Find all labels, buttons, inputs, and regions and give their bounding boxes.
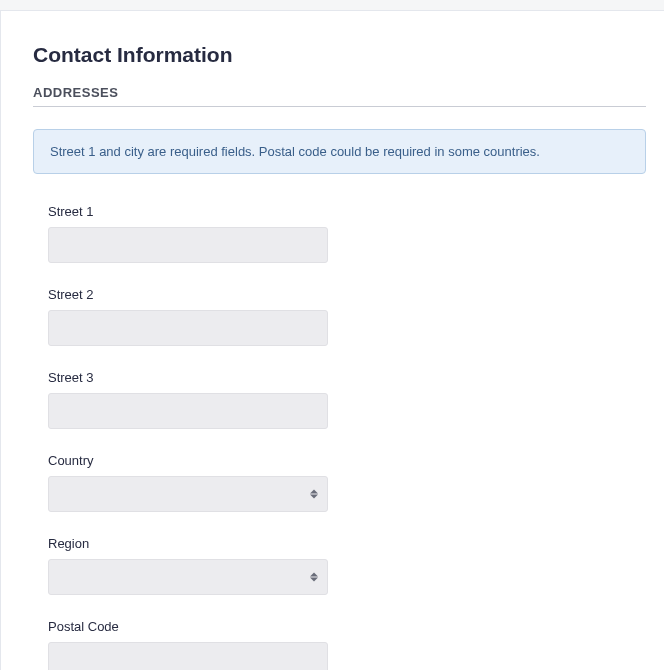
street1-input[interactable] <box>48 227 328 263</box>
field-group-street3: Street 3 <box>48 370 646 429</box>
street3-input[interactable] <box>48 393 328 429</box>
info-banner: Street 1 and city are required fields. P… <box>33 129 646 174</box>
postal-code-label: Postal Code <box>48 619 646 634</box>
contact-info-panel: Contact Information ADDRESSES Street 1 a… <box>0 10 664 670</box>
region-select[interactable] <box>48 559 328 595</box>
street3-label: Street 3 <box>48 370 646 385</box>
region-select-wrapper <box>48 559 328 595</box>
country-label: Country <box>48 453 646 468</box>
section-title: Contact Information <box>33 43 646 67</box>
field-group-street2: Street 2 <box>48 287 646 346</box>
postal-code-input[interactable] <box>48 642 328 670</box>
field-group-country: Country <box>48 453 646 512</box>
street2-label: Street 2 <box>48 287 646 302</box>
subsection-addresses-label: ADDRESSES <box>33 85 646 107</box>
field-group-region: Region <box>48 536 646 595</box>
field-group-postal-code: Postal Code <box>48 619 646 670</box>
country-select[interactable] <box>48 476 328 512</box>
street2-input[interactable] <box>48 310 328 346</box>
region-label: Region <box>48 536 646 551</box>
country-select-wrapper <box>48 476 328 512</box>
info-banner-text: Street 1 and city are required fields. P… <box>50 144 540 159</box>
field-group-street1: Street 1 <box>48 204 646 263</box>
address-form: Street 1 Street 2 Street 3 Country <box>33 204 646 670</box>
street1-label: Street 1 <box>48 204 646 219</box>
